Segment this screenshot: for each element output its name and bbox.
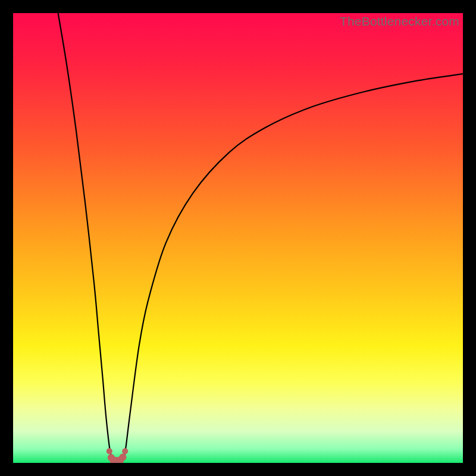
gradient-background [13,13,463,463]
valley-dot [107,448,112,454]
chart-frame: TheBottlenecker.com [13,13,463,463]
valley-dot [119,453,126,461]
valley-dot [122,448,128,454]
bottleneck-chart [13,13,463,463]
watermark-text: TheBottlenecker.com [340,14,459,29]
